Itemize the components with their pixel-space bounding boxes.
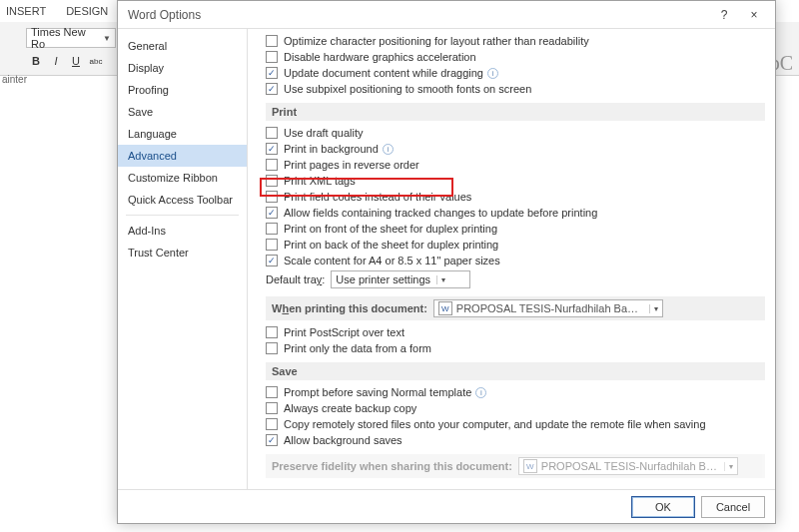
checkbox[interactable] xyxy=(266,175,278,187)
option-row: Prompt before saving Normal templatei xyxy=(266,384,765,400)
word-doc-icon: W xyxy=(438,301,452,315)
checkbox[interactable] xyxy=(266,159,278,171)
checkbox[interactable] xyxy=(266,418,278,430)
option-row: Use draft quality xyxy=(266,125,765,141)
preserve-fidelity-doc-select[interactable]: W PROPOSAL TESIS-Nurfadhilah Bahar - Re.… xyxy=(518,457,738,475)
option-row: Print PostScript over text xyxy=(266,324,765,340)
option-row: Print XML tags xyxy=(266,173,765,189)
chevron-down-icon: ▾ xyxy=(724,462,733,471)
chevron-down-icon: ▼ xyxy=(103,34,111,43)
sidebar-item-proofing[interactable]: Proofing xyxy=(118,79,247,101)
preserve-fidelity-doc-value: PROPOSAL TESIS-Nurfadhilah Bahar - Re... xyxy=(541,460,718,472)
sidebar-item-save[interactable]: Save xyxy=(118,101,247,123)
options-content: Optimize character positioning for layou… xyxy=(248,29,775,489)
option-label: Scale content for A4 or 8.5 x 11" paper … xyxy=(284,255,500,266)
option-label: Update document content while dragging xyxy=(284,67,483,79)
info-icon[interactable]: i xyxy=(475,387,486,398)
save-section-header: Save xyxy=(266,362,765,380)
close-button[interactable]: × xyxy=(739,4,769,26)
option-row: Always create backup copy xyxy=(266,400,765,416)
checkbox[interactable] xyxy=(266,35,278,47)
checkbox[interactable] xyxy=(266,191,278,203)
option-label: Print on back of the sheet for duplex pr… xyxy=(284,239,498,251)
dialog-title: Word Options xyxy=(128,8,201,22)
default-tray-value: Use printer settings xyxy=(336,273,430,285)
chevron-down-icon: ▾ xyxy=(649,304,658,313)
option-row: Print field codes instead of their value… xyxy=(266,189,765,205)
option-label: Allow background saves xyxy=(284,434,402,446)
option-label: Print only the data from a form xyxy=(284,342,431,354)
when-printing-doc-value: PROPOSAL TESIS-Nurfadhilah Bahar - Re... xyxy=(456,302,643,314)
preserve-fidelity-label: Preserve fidelity when sharing this docu… xyxy=(272,460,512,472)
checkbox[interactable] xyxy=(266,83,278,95)
checkbox[interactable] xyxy=(266,342,278,354)
option-label: Allow fields containing tracked changes … xyxy=(284,207,597,219)
help-button[interactable]: ? xyxy=(709,4,739,26)
option-row: Optimize character positioning for layou… xyxy=(266,33,765,49)
option-row: Update document content while draggingi xyxy=(266,65,765,81)
checkbox[interactable] xyxy=(266,255,278,266)
when-printing-label: When printing this document: xyxy=(272,302,427,314)
when-printing-section-header: When printing this document: W PROPOSAL … xyxy=(266,296,765,320)
option-label: Print on front of the sheet for duplex p… xyxy=(284,223,497,235)
dialog-footer: OK Cancel xyxy=(118,489,775,523)
bold-button[interactable]: B xyxy=(26,51,46,71)
option-label: Print XML tags xyxy=(284,175,356,187)
sidebar-item-trust-center[interactable]: Trust Center xyxy=(118,242,247,264)
info-icon[interactable]: i xyxy=(383,144,394,155)
ribbon-tab-insert[interactable]: INSERT xyxy=(6,5,46,17)
dialog-titlebar: Word Options ? × xyxy=(118,1,775,29)
word-doc-icon: W xyxy=(523,459,537,473)
ribbon-tab-design[interactable]: DESIGN xyxy=(66,5,108,17)
default-tray-label: Default tray: xyxy=(266,273,325,285)
checkbox[interactable] xyxy=(266,143,278,155)
checkbox[interactable] xyxy=(266,434,278,446)
option-label: Print in background xyxy=(284,143,379,155)
checkbox[interactable] xyxy=(266,51,278,63)
format-painter-label: ainter xyxy=(2,74,27,85)
option-label: Print field codes instead of their value… xyxy=(284,191,471,203)
options-sidebar: GeneralDisplayProofingSaveLanguageAdvanc… xyxy=(118,29,248,489)
checkbox[interactable] xyxy=(266,402,278,414)
option-row: Use subpixel positioning to smooth fonts… xyxy=(266,81,765,97)
default-tray-row: Default tray: Use printer settings ▾ xyxy=(266,268,765,290)
checkbox[interactable] xyxy=(266,127,278,139)
option-label: Optimize character positioning for layou… xyxy=(284,35,589,47)
checkbox[interactable] xyxy=(266,207,278,219)
option-row: Print only the data from a form xyxy=(266,340,765,356)
sidebar-item-quick-access-toolbar[interactable]: Quick Access Toolbar xyxy=(118,189,247,211)
checkbox[interactable] xyxy=(266,326,278,338)
font-name-value: Times New Ro xyxy=(31,26,99,50)
word-options-dialog: Word Options ? × GeneralDisplayProofingS… xyxy=(117,0,776,524)
checkbox[interactable] xyxy=(266,386,278,398)
option-label: Copy remotely stored files onto your com… xyxy=(284,418,706,430)
ok-button[interactable]: OK xyxy=(631,496,695,518)
option-row: Print pages in reverse order xyxy=(266,157,765,173)
when-printing-doc-select[interactable]: W PROPOSAL TESIS-Nurfadhilah Bahar - Re.… xyxy=(433,299,663,317)
option-row: Print on front of the sheet for duplex p… xyxy=(266,221,765,237)
option-label: Prompt before saving Normal template xyxy=(284,386,471,398)
option-label: Disable hardware graphics acceleration xyxy=(284,51,476,63)
info-icon[interactable]: i xyxy=(487,68,498,79)
checkbox[interactable] xyxy=(266,223,278,235)
option-label: Use draft quality xyxy=(284,127,363,139)
checkbox[interactable] xyxy=(266,67,278,79)
option-label: Print PostScript over text xyxy=(284,326,404,338)
sidebar-item-add-ins[interactable]: Add-Ins xyxy=(118,220,247,242)
option-row: Disable hardware graphics acceleration xyxy=(266,49,765,65)
sidebar-item-general[interactable]: General xyxy=(118,35,247,57)
cancel-button[interactable]: Cancel xyxy=(701,496,765,518)
sidebar-item-customize-ribbon[interactable]: Customize Ribbon xyxy=(118,167,247,189)
option-label: Use subpixel positioning to smooth fonts… xyxy=(284,83,531,95)
italic-button[interactable]: I xyxy=(46,51,66,71)
sidebar-item-language[interactable]: Language xyxy=(118,123,247,145)
font-name-combo[interactable]: Times New Ro▼ xyxy=(26,28,116,48)
checkbox[interactable] xyxy=(266,239,278,251)
option-row: Allow background saves xyxy=(266,432,765,448)
strikethrough-button[interactable]: abc xyxy=(86,51,106,71)
sidebar-item-advanced[interactable]: Advanced xyxy=(118,145,247,167)
option-row: Print in backgroundi xyxy=(266,141,765,157)
underline-button[interactable]: U xyxy=(66,51,86,71)
sidebar-item-display[interactable]: Display xyxy=(118,57,247,79)
default-tray-select[interactable]: Use printer settings ▾ xyxy=(331,270,470,288)
